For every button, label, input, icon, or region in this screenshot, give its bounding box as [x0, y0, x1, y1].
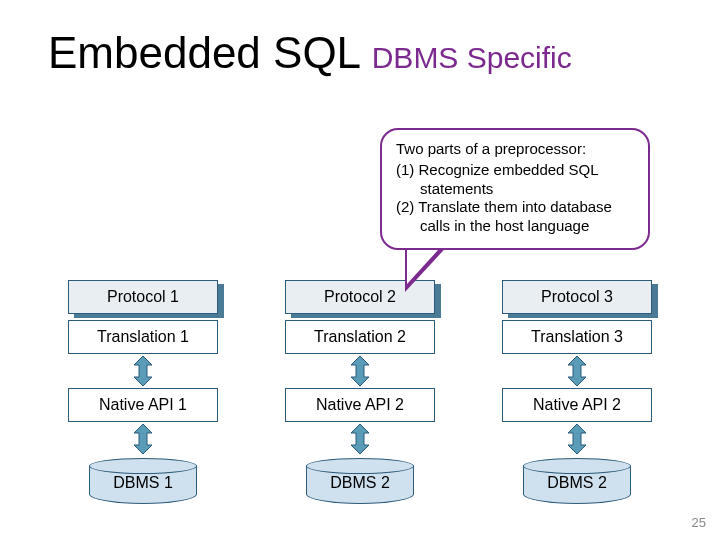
- slide-title: Embedded SQL DBMS Specific: [48, 28, 572, 78]
- double-arrow-icon: [568, 356, 586, 386]
- svg-marker-4: [568, 356, 586, 386]
- dbms-cylinder: DBMS 2: [523, 458, 631, 508]
- double-arrow-icon: [134, 424, 152, 454]
- svg-marker-5: [568, 424, 586, 454]
- translation-box: Translation 3: [502, 320, 652, 354]
- title-sub: DBMS Specific: [372, 41, 572, 74]
- translation-box: Translation 2: [285, 320, 435, 354]
- callout-heading: Two parts of a preprocessor:: [396, 140, 634, 159]
- native-api-box: Native API 2: [502, 388, 652, 422]
- double-arrow-icon: [568, 424, 586, 454]
- callout-item: (2) Translate them into database calls i…: [396, 198, 634, 236]
- protocol-box: Protocol 1: [68, 280, 218, 314]
- column-1: Protocol 1 Translation 1 Native API 1 DB…: [58, 280, 228, 508]
- translation-box: Translation 1: [68, 320, 218, 354]
- columns-container: Protocol 1 Translation 1 Native API 1 DB…: [58, 280, 662, 508]
- callout-list: (1) Recognize embedded SQL statements (2…: [396, 161, 634, 236]
- svg-marker-3: [351, 424, 369, 454]
- double-arrow-icon: [351, 356, 369, 386]
- dbms-cylinder: DBMS 1: [89, 458, 197, 508]
- protocol-box: Protocol 3: [502, 280, 652, 314]
- title-main: Embedded SQL: [48, 28, 359, 77]
- callout-item: (1) Recognize embedded SQL statements: [396, 161, 634, 199]
- dbms-label: DBMS 1: [89, 474, 197, 492]
- svg-marker-0: [134, 356, 152, 386]
- svg-marker-2: [351, 356, 369, 386]
- double-arrow-icon: [134, 356, 152, 386]
- column-3: Protocol 3 Translation 3 Native API 2 DB…: [492, 280, 662, 508]
- native-api-box: Native API 1: [68, 388, 218, 422]
- callout-box: Two parts of a preprocessor: (1) Recogni…: [380, 128, 650, 250]
- svg-marker-1: [134, 424, 152, 454]
- dbms-label: DBMS 2: [523, 474, 631, 492]
- column-2: Protocol 2 Translation 2 Native API 2 DB…: [275, 280, 445, 508]
- dbms-label: DBMS 2: [306, 474, 414, 492]
- page-number: 25: [692, 515, 706, 530]
- native-api-box: Native API 2: [285, 388, 435, 422]
- double-arrow-icon: [351, 424, 369, 454]
- dbms-cylinder: DBMS 2: [306, 458, 414, 508]
